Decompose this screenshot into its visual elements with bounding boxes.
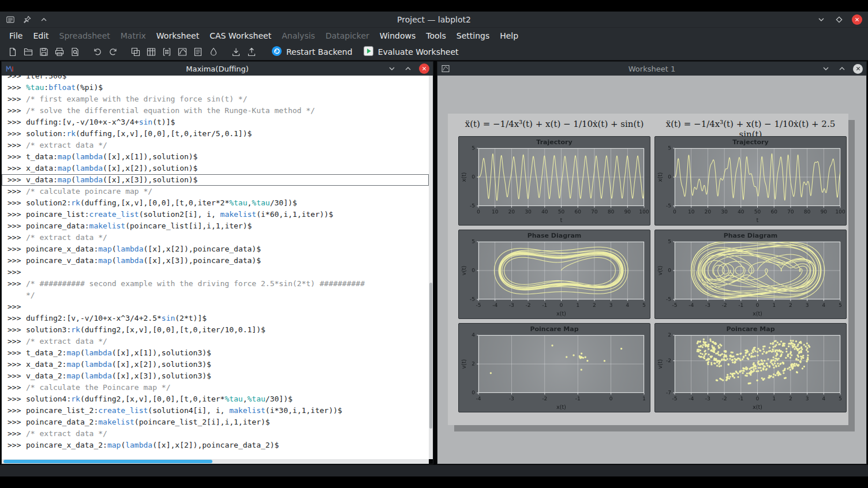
console-prompt (2, 290, 26, 301)
worksheet-window-titlebar[interactable]: Worksheet 1 (437, 62, 866, 76)
menu-item-worksheet[interactable]: Worksheet (151, 28, 204, 43)
maximize-icon[interactable] (403, 63, 413, 74)
plot-phase-duffing1[interactable]: Phase Diagram (458, 230, 650, 319)
close-icon[interactable] (853, 64, 863, 74)
maximize-icon[interactable] (834, 14, 844, 25)
titlebar[interactable]: Project — labplot2 (0, 12, 868, 27)
menu-item-file[interactable]: File (4, 28, 28, 43)
redo-icon[interactable] (105, 44, 121, 59)
new-matrix-icon[interactable] (159, 44, 174, 59)
menu-item-spreadsheet: Spreadsheet (54, 28, 115, 43)
new-project-icon[interactable] (5, 44, 20, 59)
console-prompt: >>> (2, 336, 26, 347)
console-prompt: >>> (2, 243, 26, 255)
minimize-icon[interactable] (821, 63, 831, 74)
cas-window-titlebar[interactable]: Maxima(Duffing) (2, 62, 433, 76)
close-icon[interactable] (419, 63, 429, 74)
open-project-icon[interactable] (20, 44, 36, 59)
scrollbar-handle[interactable] (429, 283, 432, 429)
keep-above-icon[interactable] (39, 14, 49, 25)
plot-poincare-duffing1[interactable]: Poincare Map (458, 323, 650, 412)
menu-item-settings[interactable]: Settings (451, 28, 495, 43)
console-prompt: >>> (2, 313, 26, 324)
console-line: >>>poincare_list_2:create_list(solution4… (2, 405, 429, 416)
menu-item-windows[interactable]: Windows (375, 28, 421, 43)
print-icon[interactable] (51, 44, 67, 59)
worksheet-window-controls (821, 62, 863, 76)
menu-item-tools[interactable]: Tools (421, 28, 451, 43)
console-prompt: >>> (2, 393, 26, 405)
menu-item-edit[interactable]: Edit (28, 28, 54, 43)
close-icon[interactable] (852, 14, 862, 25)
undo-icon[interactable] (89, 44, 105, 59)
evaluate-worksheet-button[interactable]: Evaluate Worksheet (358, 44, 464, 59)
print-preview-icon[interactable] (67, 44, 83, 59)
titlebar-left-icons (5, 12, 49, 27)
pin-icon[interactable] (22, 14, 32, 25)
scrollbar-handle[interactable] (3, 460, 212, 463)
plot-canvas (459, 137, 650, 225)
console-code: /* first example with the driving force … (26, 93, 429, 105)
minimize-icon[interactable] (387, 63, 397, 74)
new-worksheet-icon[interactable] (174, 44, 190, 59)
export-data-icon[interactable] (244, 44, 259, 59)
console-line: >>>/* extract data */ (2, 428, 429, 440)
cas-horizontal-scrollbar[interactable] (2, 459, 429, 464)
maxima-icon (5, 64, 14, 73)
console-prompt: >>> (2, 359, 26, 370)
mdi-area: Maxima(Duffing) >>>iter:500$>>>%tau:bflo… (0, 61, 868, 465)
console-line: >>>solution:rk(duffing,[x,v],[0,0],[t,0,… (2, 128, 429, 140)
plot-canvas (655, 137, 846, 225)
console-code: /* calculate poincare map */ (26, 186, 429, 197)
menu-item-cas-worksheet[interactable]: CAS Worksheet (204, 28, 276, 43)
new-notes-icon[interactable] (190, 44, 205, 59)
console-prompt: >>> (2, 93, 26, 105)
console-prompt: >>> (2, 301, 26, 313)
plot-trajectory-duffing1[interactable]: Trajectory (458, 136, 650, 226)
new-spreadsheet-icon[interactable] (143, 44, 159, 59)
console-line: */ (2, 290, 429, 301)
cas-console-lines: >>>iter:500$>>>%tau:bfloat(%pi)$>>>/* fi… (2, 76, 429, 451)
app-icon (5, 14, 16, 25)
plot-trajectory-duffing2[interactable]: Trajectory (654, 136, 847, 226)
console-code: /* solve the differential equation with … (26, 105, 429, 117)
console-code: /* extract data */ (26, 232, 429, 243)
console-code: duffing2:[v,-v/10+x-x^3/4+2.5*sin(2*t)]$ (26, 313, 429, 324)
import-data-icon[interactable] (228, 44, 244, 59)
console-code: x_data_2:map(lambda([x],x[2]),solution3)… (26, 359, 429, 370)
console-line: >>>t_data:map(lambda([x],x[1]),solution)… (2, 151, 429, 163)
restart-backend-button[interactable]: Restart Backend (266, 44, 358, 59)
new-workbook-icon[interactable] (128, 44, 143, 59)
new-datapicker-icon[interactable] (205, 44, 221, 59)
minimize-icon[interactable] (816, 14, 826, 25)
console-line: >>>iter:500$ (2, 76, 429, 82)
menu-item-help[interactable]: Help (495, 28, 523, 43)
console-code: /* extract data */ (26, 336, 429, 347)
console-prompt: >>> (2, 186, 26, 197)
cas-console[interactable]: >>>iter:500$>>>%tau:bfloat(%pi)$>>>/* fi… (2, 76, 429, 459)
plot-canvas (459, 230, 650, 318)
plot-poincare-duffing2[interactable]: Poincare Map (654, 323, 847, 412)
console-line: >>>v_data_2:map(lambda([x],x[3]),solutio… (2, 370, 429, 382)
menu-item-analysis: Analysis (276, 28, 320, 43)
menu-item-datapicker: Datapicker (320, 28, 375, 43)
maximize-icon[interactable] (837, 63, 847, 74)
plot-title: Trajectory (655, 138, 846, 146)
plot-canvas (655, 230, 846, 318)
save-project-icon[interactable] (36, 44, 51, 59)
plot-phase-duffing2[interactable]: Phase Diagram (654, 230, 847, 319)
console-line: >>>/* calculate poincare map */ (2, 186, 429, 197)
labplot-window: Project — labplot2 FileEditSpreadsheetMa… (0, 12, 868, 476)
cas-window-title: Maxima(Duffing) (2, 65, 433, 73)
statusbar (0, 465, 868, 476)
restart-backend-icon (271, 46, 282, 58)
toolbar: Restart BackendEvaluate Worksheet (0, 43, 868, 61)
menu-item-matrix: Matrix (115, 28, 151, 43)
plot-title: Phase Diagram (655, 232, 846, 239)
plot-title: Trajectory (459, 138, 650, 146)
cas-vertical-scrollbar[interactable] (429, 76, 433, 459)
worksheet-view[interactable]: ẍ(t) = −1/4x³(t) + x(t) − 1/10ẋ(t) + sin… (437, 76, 866, 464)
console-prompt: >>> (2, 347, 26, 359)
console-code: solution2:rk(duffing,[x,v],[0,0],[t,0,it… (26, 197, 429, 209)
console-prompt: >>> (2, 370, 26, 382)
